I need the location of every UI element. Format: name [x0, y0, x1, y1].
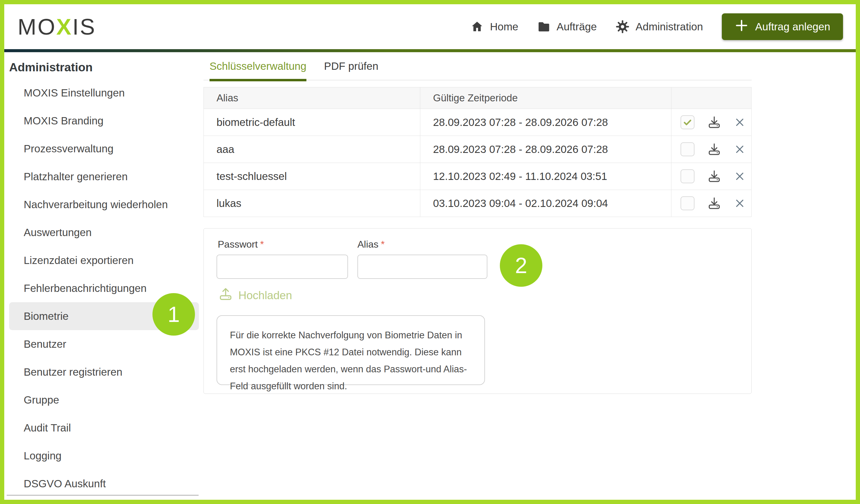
header-gradient-divider — [4, 49, 856, 52]
sidebar-item[interactable]: Auswertungen — [9, 219, 199, 247]
actions-cell — [671, 163, 751, 190]
sidebar-item-label: Audit Trail — [24, 422, 71, 434]
sidebar-item-label: Gruppe — [24, 394, 59, 406]
alias-cell: aaa — [204, 136, 420, 163]
active-key-checkbox[interactable] — [680, 142, 694, 156]
sidebar-item[interactable]: DSGVO Auskunft — [9, 470, 199, 498]
sidebar-item-label: Prozessverwaltung — [24, 143, 114, 155]
required-asterisk: * — [260, 239, 264, 250]
sidebar-item-label: MOXIS Einstellungen — [24, 87, 125, 99]
sidebar-item[interactable]: Lizenzdatei exportieren — [9, 247, 199, 274]
actions-cell — [671, 109, 751, 136]
sidebar-item[interactable]: MOXIS Branding — [9, 107, 199, 135]
table-row: test-schluessel 12.10.2023 02:49 - 11.10… — [204, 163, 751, 190]
info-box: Für die korrekte Nachverfolgung von Biom… — [216, 315, 485, 385]
alias-cell: biometric-default — [204, 109, 420, 136]
plus-icon — [734, 18, 748, 35]
sidebar-item[interactable]: Benutzer registrieren — [9, 358, 199, 386]
period-cell: 28.09.2023 07:28 - 28.09.2026 07:28 — [420, 109, 671, 136]
column-header-period: Gültige Zeitperiode — [420, 87, 671, 109]
logo-text: MO — [18, 14, 56, 40]
active-key-checkbox[interactable] — [680, 169, 694, 183]
sidebar-item[interactable]: MOXIS Einstellungen — [9, 79, 199, 107]
sidebar-item-label: Benutzer registrieren — [24, 366, 123, 378]
logo-text: IS — [73, 14, 96, 40]
sidebar-item-label: Benutzer — [24, 338, 66, 350]
active-key-checkbox[interactable] — [680, 115, 694, 129]
annotation-step-1: 1 — [153, 293, 195, 336]
column-header-alias: Alias — [204, 87, 420, 109]
required-asterisk: * — [381, 239, 385, 250]
sidebar-item[interactable]: Audit Trail — [9, 414, 199, 442]
password-label-text: Passwort — [218, 239, 258, 250]
create-order-button[interactable]: Auftrag anlegen — [722, 13, 843, 40]
period-cell: 03.10.2023 09:04 - 02.10.2024 09:04 — [420, 190, 671, 217]
delete-key-icon[interactable] — [734, 171, 746, 182]
upload-label: Hochladen — [239, 289, 292, 302]
alias-cell: test-schluessel — [204, 163, 420, 190]
download-icon[interactable] — [707, 169, 721, 183]
alias-cell: lukas — [204, 190, 420, 217]
nav-label: Aufträge — [557, 21, 597, 33]
logo-x: X — [56, 14, 72, 40]
sidebar-item-label: Fehlerbenachrichtigungen — [24, 282, 147, 294]
tab-pdf-pruefen[interactable]: PDF prüfen — [324, 60, 378, 81]
delete-key-icon[interactable] — [734, 117, 746, 128]
content-tabs: Schlüsselverwaltung PDF prüfen — [210, 60, 378, 81]
sidebar-menu: MOXIS Einstellungen MOXIS Branding Proze… — [9, 79, 199, 498]
sidebar-item-label: Logging — [24, 450, 62, 462]
nav-label: Administration — [635, 21, 703, 33]
column-header-actions — [671, 87, 751, 109]
top-nav: Home Aufträge — [470, 13, 843, 41]
upload-form-panel: Passwort* Alias* Hochladen Für die korre… — [203, 228, 751, 394]
table-row: aaa 28.09.2023 07:28 - 28.09.2026 07:28 — [204, 136, 751, 163]
table-row: lukas 03.10.2023 09:04 - 02.10.2024 09:0… — [204, 190, 751, 217]
download-icon[interactable] — [707, 196, 721, 210]
sidebar-item[interactable]: Prozessverwaltung — [9, 135, 199, 163]
sidebar-item[interactable]: Nachverarbeitung wiederholen — [9, 191, 199, 219]
folder-icon — [537, 20, 550, 33]
upload-button[interactable]: Hochladen — [218, 287, 292, 304]
moxis-logo: MOXIS — [18, 14, 96, 40]
password-field[interactable] — [216, 255, 348, 279]
upload-icon — [218, 287, 233, 304]
sidebar-item-label: DSGVO Auskunft — [24, 478, 106, 490]
sidebar-bottom-divider — [7, 495, 199, 495]
tab-schluesselverwaltung[interactable]: Schlüsselverwaltung — [210, 60, 306, 81]
alias-field[interactable] — [357, 255, 487, 279]
table-header-row: Alias Gültige Zeitperiode — [204, 87, 751, 109]
nav-label: Home — [490, 21, 518, 33]
sidebar-item[interactable]: Gruppe — [9, 386, 199, 414]
key-table: Alias Gültige Zeitperiode biometric-defa… — [203, 87, 751, 217]
page: MOXIS Home Aufträge — [4, 4, 856, 500]
actions-cell — [671, 190, 751, 217]
home-icon — [470, 20, 484, 33]
nav-item-administration[interactable]: Administration — [616, 20, 703, 34]
alias-label: Alias* — [357, 239, 385, 250]
actions-cell — [671, 136, 751, 163]
sidebar-item-label: Platzhalter generieren — [24, 171, 128, 183]
gear-icon — [616, 20, 630, 34]
sidebar-title: Administration — [9, 61, 92, 74]
sidebar-item[interactable]: Platzhalter generieren — [9, 163, 199, 191]
cta-label: Auftrag anlegen — [755, 21, 830, 33]
sidebar-item-label: Lizenzdatei exportieren — [24, 254, 134, 266]
app-header: MOXIS Home Aufträge — [4, 4, 856, 49]
alias-label-text: Alias — [357, 239, 378, 250]
active-key-checkbox[interactable] — [680, 196, 694, 210]
nav-item-home[interactable]: Home — [470, 20, 518, 33]
delete-key-icon[interactable] — [734, 197, 746, 209]
annotation-step-2: 2 — [500, 244, 542, 287]
period-cell: 28.09.2023 07:28 - 28.09.2026 07:28 — [420, 136, 671, 163]
nav-item-auftraege[interactable]: Aufträge — [537, 20, 597, 33]
sidebar-item-label: Auswertungen — [24, 226, 92, 238]
download-icon[interactable] — [707, 115, 721, 129]
period-cell: 12.10.2023 02:49 - 11.10.2024 03:51 — [420, 163, 671, 190]
password-label: Passwort* — [218, 239, 264, 250]
sidebar-item-label: MOXIS Branding — [24, 115, 103, 127]
sidebar-item-label: Biometrie — [24, 310, 69, 322]
download-icon[interactable] — [707, 142, 721, 156]
sidebar-item[interactable]: Logging — [9, 442, 199, 470]
delete-key-icon[interactable] — [734, 144, 746, 155]
sidebar-item-label: Nachverarbeitung wiederholen — [24, 198, 168, 211]
